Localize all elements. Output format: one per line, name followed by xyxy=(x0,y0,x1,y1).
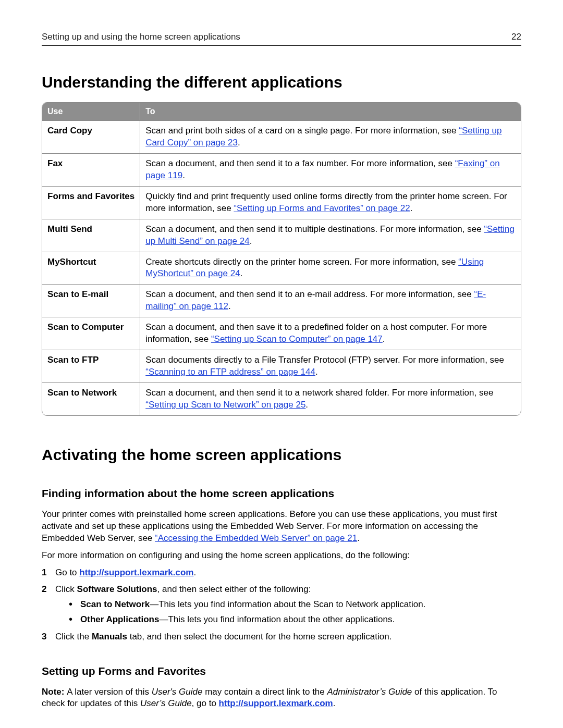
heading-activating: Activating the home screen applications xyxy=(42,445,521,466)
th-to: To xyxy=(140,103,521,120)
app-desc-cell: Scan and print both sides of a card on a… xyxy=(140,120,521,153)
note-i1: User's Guide xyxy=(152,687,203,697)
table-row: Scan to E-mailScan a document, and then … xyxy=(42,284,521,317)
app-name-cell: MyShortcut xyxy=(42,252,140,285)
heading-understanding: Understanding the different applications xyxy=(42,72,521,93)
step-3-bold: Manuals xyxy=(92,632,127,641)
link-support-lexmark-2[interactable]: http://support.lexmark.com xyxy=(219,698,333,708)
step-3-pre: Click the xyxy=(55,632,92,641)
app-desc-link[interactable]: “Scanning to an FTP address” on page 144 xyxy=(145,367,315,377)
note-t1: A later version of this xyxy=(67,687,152,697)
steps-list: 1 Go to http://support.lexmark.com. 2 Cl… xyxy=(42,567,521,644)
app-desc-pre: Scan a document, and then send it to a n… xyxy=(145,388,493,398)
app-name-cell: Forms and Favorites xyxy=(42,186,140,219)
app-desc-post: . xyxy=(240,268,243,278)
step-2-bullets: Scan to Network—This lets you find infor… xyxy=(69,599,521,626)
app-name-cell: Fax xyxy=(42,153,140,186)
step-1-pre: Go to xyxy=(55,567,79,577)
link-accessing-ews[interactable]: “Accessing the Embedded Web Server” on p… xyxy=(155,533,357,543)
app-desc-post: . xyxy=(228,301,231,311)
step-2-pre: Click xyxy=(55,584,77,594)
apps-table: Use To Card CopyScan and print both side… xyxy=(42,102,521,415)
app-name-cell: Scan to FTP xyxy=(42,350,140,382)
app-desc-pre: Scan a document, and then send it to an … xyxy=(145,289,474,299)
app-desc-post: . xyxy=(182,170,185,180)
app-desc-link[interactable]: “Setting up Scan to Network” on page 25 xyxy=(145,400,305,410)
running-header: Setting up and using the home screen app… xyxy=(42,31,521,46)
step-1-post: . xyxy=(193,567,196,577)
th-use: Use xyxy=(42,103,140,120)
app-desc-pre: Scan a document, and then send it to a f… xyxy=(145,158,455,168)
note-lead: Note: xyxy=(42,687,67,697)
note-t5: . xyxy=(333,698,336,708)
page: Setting up and using the home screen app… xyxy=(0,0,563,728)
heading-setting-up-forms: Setting up Forms and Favorites xyxy=(42,664,521,678)
app-desc-cell: Scan a document, and then send it to an … xyxy=(140,284,521,317)
app-desc-post: . xyxy=(315,367,318,377)
app-desc-post: . xyxy=(410,203,413,213)
app-desc-post: . xyxy=(383,334,385,344)
note-i2: Administrator’s Guide xyxy=(327,687,412,697)
section-title: Setting up and using the home screen app… xyxy=(42,31,240,43)
bullet-a-bold: Scan to Network xyxy=(80,599,150,609)
app-desc-link[interactable]: “Setting up Scan to Computer” on page 14… xyxy=(211,334,383,344)
app-desc-pre: Scan and print both sides of a card on a… xyxy=(145,126,459,135)
bullet-scan-to-network: Scan to Network—This lets you find infor… xyxy=(69,599,521,611)
app-desc-post: . xyxy=(250,236,252,246)
step-3-number: 3 xyxy=(42,631,46,643)
step-2-number: 2 xyxy=(42,584,46,596)
table-row: Scan to ComputerScan a document, and the… xyxy=(42,317,521,350)
table-row: Scan to NetworkScan a document, and then… xyxy=(42,382,521,415)
app-name-cell: Card Copy xyxy=(42,120,140,153)
app-desc-cell: Scan a document, and then send it to mul… xyxy=(140,219,521,252)
table-row: Scan to FTPScan documents directly to a … xyxy=(42,350,521,382)
app-desc-post: . xyxy=(238,138,240,147)
table-row: MyShortcutCreate shortcuts directly on t… xyxy=(42,252,521,285)
table-row: Multi SendScan a document, and then send… xyxy=(42,219,521,252)
app-desc-cell: Quickly find and print frequently used o… xyxy=(140,186,521,219)
finding-post: . xyxy=(357,533,360,543)
table-row: Forms and FavoritesQuickly find and prin… xyxy=(42,186,521,219)
app-name-cell: Scan to Network xyxy=(42,382,140,415)
link-support-lexmark-1[interactable]: http://support.lexmark.com xyxy=(79,567,193,577)
app-desc-pre: Create shortcuts directly on the printer… xyxy=(145,257,458,267)
app-name-cell: Scan to Computer xyxy=(42,317,140,350)
forms-note: Note: A later version of this User's Gui… xyxy=(42,686,521,710)
step-2-bold: Software Solutions xyxy=(77,584,157,594)
note-i3: User’s Guide xyxy=(140,698,192,708)
heading-finding-info: Finding information about the home scree… xyxy=(42,486,521,501)
note-t2: may contain a direct link to the xyxy=(202,687,327,697)
finding-paragraph: Your printer comes with preinstalled hom… xyxy=(42,509,521,545)
bullet-a-post: —This lets you find information about th… xyxy=(150,599,425,609)
bullet-other-applications: Other Applications—This lets you find in… xyxy=(69,614,521,626)
step-3: 3 Click the Manuals tab, and then select… xyxy=(42,631,521,643)
app-desc-cell: Create shortcuts directly on the printer… xyxy=(140,252,521,285)
app-desc-pre: Scan a document, and then send it to mul… xyxy=(145,224,484,234)
app-desc-cell: Scan a document, and then send it to a n… xyxy=(140,382,521,415)
table-row: Card CopyScan and print both sides of a … xyxy=(42,120,521,153)
app-name-cell: Scan to E-mail xyxy=(42,284,140,317)
table-row: FaxScan a document, and then send it to … xyxy=(42,153,521,186)
app-desc-cell: Scan a document, and then save it to a p… xyxy=(140,317,521,350)
app-desc-link[interactable]: “Setting up Forms and Favorites” on page… xyxy=(234,203,410,213)
app-desc-pre: Scan documents directly to a File Transf… xyxy=(145,355,504,365)
step-2: 2 Click Software Solutions, and then sel… xyxy=(42,584,521,626)
app-name-cell: Multi Send xyxy=(42,219,140,252)
step-2-post: , and then select either of the followin… xyxy=(157,584,311,594)
app-desc-cell: Scan documents directly to a File Transf… xyxy=(140,350,521,382)
bullet-b-post: —This lets you find information about th… xyxy=(159,614,395,624)
page-number: 22 xyxy=(511,31,521,43)
step-3-post: tab, and then select the document for th… xyxy=(127,632,392,641)
step-1-number: 1 xyxy=(42,567,46,579)
bullet-b-bold: Other Applications xyxy=(80,614,159,624)
more-info-paragraph: For more information on configuring and … xyxy=(42,550,521,562)
step-1: 1 Go to http://support.lexmark.com. xyxy=(42,567,521,579)
note-t4: , go to xyxy=(192,698,219,708)
app-desc-cell: Scan a document, and then send it to a f… xyxy=(140,153,521,186)
app-desc-post: . xyxy=(305,400,308,410)
